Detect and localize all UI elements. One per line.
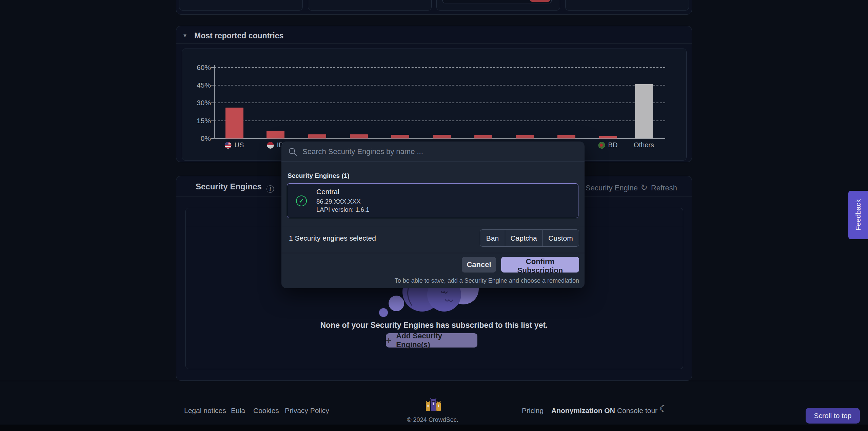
confirm-subscription-button[interactable]: Confirm Subscription xyxy=(501,257,579,273)
gridline xyxy=(214,67,665,68)
remediation-toggle-group: Ban Captcha Custom xyxy=(480,229,579,247)
refresh-button[interactable]: ↻Refresh xyxy=(640,183,677,192)
bar-country-4 xyxy=(350,134,368,138)
engines-section-title-text: Security Engines xyxy=(196,182,262,191)
engine-name: Central xyxy=(316,188,369,196)
plus-icon: + xyxy=(386,336,391,345)
engine-item-central[interactable]: ✓ Central 86.29.XXX.XXX LAPI version: 1.… xyxy=(287,183,578,218)
bar-Others xyxy=(635,84,653,138)
remediation-captcha-button[interactable]: Captcha xyxy=(505,230,542,246)
country-label-US: US xyxy=(225,141,244,149)
gridline xyxy=(214,85,665,86)
country-label-Others: Others xyxy=(634,141,654,149)
refresh-icon: ↻ xyxy=(640,183,648,192)
footer-link-legal[interactable]: Legal notices xyxy=(184,407,226,415)
search-engines-input[interactable] xyxy=(302,147,578,156)
selected-check-icon: ✓ xyxy=(296,195,307,206)
y-tick-label: 30% xyxy=(182,99,211,107)
empty-state-message: None of your Security Engines has subscr… xyxy=(176,321,692,330)
remediation-ban-button[interactable]: Ban xyxy=(480,230,505,246)
bar-ID xyxy=(267,131,284,138)
add-security-engines-label: Add Security Engine(s) xyxy=(396,332,477,349)
id-flag-icon xyxy=(267,142,274,149)
page: ▼ Most reported countries 0%15%30%45%60%… xyxy=(0,0,868,431)
bar-country-7 xyxy=(474,135,492,138)
footer-link-pricing[interactable]: Pricing xyxy=(522,407,544,415)
bar-country-6 xyxy=(433,135,451,138)
gridline xyxy=(214,120,665,121)
country-code: US xyxy=(235,141,244,149)
engines-section-title: Security Enginesi xyxy=(196,182,274,193)
scroll-to-top-button[interactable]: Scroll to top xyxy=(806,408,860,424)
crowdsec-logo xyxy=(425,397,442,413)
engines-list-label: Security Engines (1) xyxy=(288,172,350,180)
country-code: BD xyxy=(608,141,618,149)
scroll-to-top-label: Scroll to top xyxy=(814,412,852,420)
bar-US xyxy=(225,108,243,138)
bar-country-9 xyxy=(557,135,575,138)
remediation-custom-button[interactable]: Custom xyxy=(542,230,579,246)
engine-lapi-version: LAPI version: 1.6.1 xyxy=(316,206,369,214)
stat-card-fragment xyxy=(179,0,303,11)
bar-BD xyxy=(599,136,617,138)
footer-link-console-tour[interactable]: Console tour xyxy=(617,407,657,415)
feedback-tab[interactable]: Feedback xyxy=(848,191,868,239)
tick-mark xyxy=(211,85,214,86)
divider xyxy=(176,43,692,44)
gridline xyxy=(214,102,665,103)
divider xyxy=(281,253,585,253)
anonymization-toggle[interactable]: Anonymization ON xyxy=(551,407,615,415)
info-icon[interactable]: i xyxy=(267,185,274,193)
chart-section-title: Most reported countries xyxy=(194,31,283,40)
search-icon xyxy=(288,147,297,156)
tick-mark xyxy=(211,120,214,121)
y-axis-line xyxy=(214,65,215,139)
add-security-engine-button-partial[interactable]: Security Engine xyxy=(586,184,638,192)
us-flag-icon xyxy=(225,142,232,149)
engine-ip: 86.29.XXX.XXX xyxy=(316,198,369,206)
subscribe-engines-dialog: Security Engines (1) ✓ Central 86.29.XXX… xyxy=(281,142,585,288)
footer-link-privacy[interactable]: Privacy Policy xyxy=(285,407,329,415)
stat-card-fragment xyxy=(565,0,689,11)
y-tick-label: 15% xyxy=(182,117,211,125)
search-row xyxy=(281,142,585,162)
collapse-caret-icon[interactable]: ▼ xyxy=(182,33,188,38)
bottom-strip xyxy=(0,425,868,431)
selected-count-text: 1 Security engines selected xyxy=(289,229,376,247)
tick-mark xyxy=(211,138,214,139)
bar-country-5 xyxy=(391,135,409,138)
red-button-fragment[interactable] xyxy=(530,0,550,2)
feedback-label: Feedback xyxy=(854,199,862,230)
divider xyxy=(281,227,585,227)
bar-country-3 xyxy=(308,134,326,138)
tick-mark xyxy=(211,67,214,68)
tick-mark xyxy=(211,102,214,103)
y-tick-label: 60% xyxy=(182,63,211,72)
y-tick-label: 45% xyxy=(182,81,211,89)
bd-flag-icon xyxy=(598,142,605,149)
refresh-label: Refresh xyxy=(651,184,677,192)
save-hint-text: To be able to save, add a Security Engin… xyxy=(395,277,579,284)
dark-mode-toggle-icon[interactable]: ☾ xyxy=(659,403,668,414)
footer-link-cookies[interactable]: Cookies xyxy=(253,407,279,415)
add-security-engines-button[interactable]: + Add Security Engine(s) xyxy=(386,333,477,348)
bar-country-8 xyxy=(516,135,534,138)
divider xyxy=(281,162,585,162)
engine-info: Central 86.29.XXX.XXX LAPI version: 1.6.… xyxy=(316,188,369,214)
y-tick-label: 0% xyxy=(182,134,211,143)
country-label-BD: BD xyxy=(598,141,618,149)
footer-divider xyxy=(0,381,868,381)
country-code: Others xyxy=(634,141,654,149)
cancel-button[interactable]: Cancel xyxy=(462,257,496,273)
stat-card-fragment xyxy=(308,0,432,11)
footer-link-eula[interactable]: Eula xyxy=(231,407,245,415)
copyright-text: © 2024 CrowdSec. xyxy=(389,416,477,424)
